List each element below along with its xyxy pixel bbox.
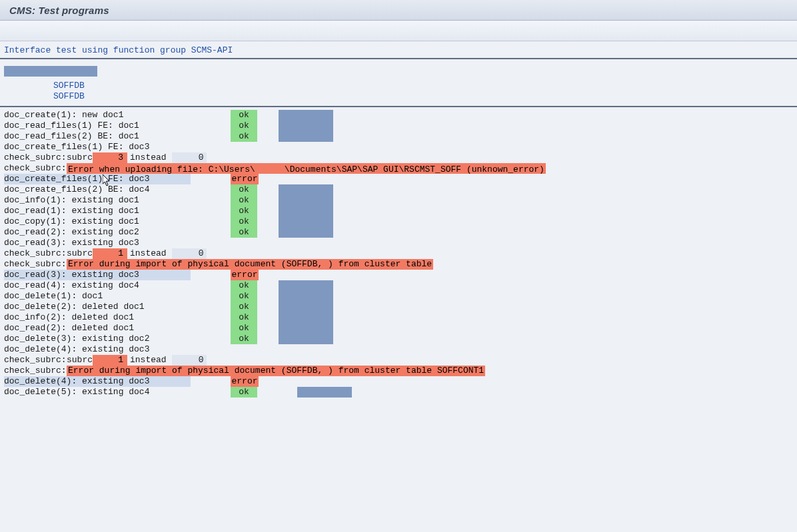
- status-ok: ok: [231, 312, 257, 323]
- log-row: check_subrc:subrc 1 instead0: [4, 248, 793, 259]
- result-block: [279, 227, 333, 238]
- status-error: error: [231, 270, 259, 280]
- status-ok: ok: [231, 302, 257, 312]
- log-row: doc_read(4): existing doc4ok: [4, 280, 793, 291]
- log-label: doc_read(4): existing doc4: [4, 280, 191, 291]
- info-block: SOFFDB SOFFDB: [0, 59, 797, 102]
- log-row: doc_delete(1): doc1ok: [4, 291, 793, 302]
- error-prefix: check_subrc:: [4, 163, 67, 174]
- log-row: doc_delete(5): existing doc4ok: [4, 387, 793, 398]
- log-row: doc_read_files(1) FE: doc1ok: [4, 121, 793, 131]
- status-ok: ok: [231, 184, 257, 195]
- status-ok: ok: [231, 110, 257, 121]
- log-label: doc_delete(4): existing doc3: [4, 376, 191, 387]
- status-error: error: [231, 376, 259, 387]
- log-row: doc_read(1): existing doc1ok: [4, 206, 793, 216]
- result-block: [279, 195, 333, 206]
- status-ok: ok: [231, 280, 257, 291]
- status-error: error: [231, 174, 259, 184]
- check-subrc-row: check_subrc:subrc 1 instead0: [4, 248, 793, 259]
- selection-highlight: [4, 66, 97, 77]
- result-block: [279, 280, 333, 291]
- log-row: doc_copy(1): existing doc1ok: [4, 216, 793, 227]
- status-ok: ok: [231, 387, 257, 398]
- log-label: doc_read(1): existing doc1: [4, 206, 191, 216]
- subrc-prefix: check_subrc:: [4, 248, 67, 259]
- log-label: doc_read(2): existing doc2: [4, 227, 191, 238]
- log-row: doc_read_files(2) BE: doc1ok: [4, 131, 793, 142]
- status-none: [231, 142, 257, 152]
- page-title: CMS: Test programs: [9, 5, 109, 16]
- subrc-instead: instead: [130, 355, 167, 366]
- log-row: doc_read(2): deleted doc1ok: [4, 323, 793, 334]
- subrc-label: subrc: [67, 248, 93, 259]
- log-row: doc_read(2): existing doc2ok: [4, 227, 793, 238]
- log-row: doc_delete(4): existing doc3: [4, 344, 793, 355]
- result-block: [279, 334, 333, 344]
- log-row: doc_delete(4): existing doc3error: [4, 376, 793, 387]
- log-label: doc_delete(4): existing doc3: [4, 344, 191, 355]
- log-label: doc_delete(3): existing doc2: [4, 334, 191, 344]
- log-row: doc_create(1): new doc1ok: [4, 110, 793, 121]
- error-prefix: check_subrc:: [4, 366, 67, 376]
- error-message: Error during import of physical document…: [67, 259, 433, 270]
- result-block: [280, 174, 335, 184]
- result-block: [279, 142, 333, 152]
- info-line-1: SOFFDB: [53, 81, 793, 91]
- log-label: doc_read(2): deleted doc1: [4, 323, 191, 334]
- log-row: check_subrc:subrc 3 instead0: [4, 152, 793, 163]
- log-row: doc_read(3): existing doc3: [4, 238, 793, 248]
- result-block: [279, 121, 333, 131]
- log-label: doc_info(2): deleted doc1: [4, 312, 191, 323]
- log-row: doc_create_files(1) FE: doc3: [4, 142, 793, 152]
- result-block: [279, 131, 333, 142]
- log-row: doc_read(3): existing doc3error: [4, 270, 793, 280]
- status-ok: ok: [231, 121, 257, 131]
- log-row: doc_delete(2): deleted doc1ok: [4, 302, 793, 312]
- result-block: [279, 206, 333, 216]
- subrc-expected: 0: [172, 248, 207, 259]
- log-row: check_subrc:Error during import of physi…: [4, 366, 793, 376]
- subrc-label: subrc: [67, 152, 93, 163]
- log-label: doc_create_files(1) FE: doc3: [4, 142, 191, 152]
- check-subrc-row: check_subrc:subrc 3 instead0: [4, 152, 793, 163]
- result-block: [279, 291, 333, 302]
- redacted-segment: [255, 164, 285, 173]
- log-label: doc_create_files(2) BE: doc4: [4, 184, 191, 195]
- subrc-value: 3: [93, 152, 127, 163]
- result-block: [279, 312, 333, 323]
- log-label: doc_read(3): existing doc3: [4, 270, 191, 280]
- log-label: doc_read_files(2) BE: doc1: [4, 131, 191, 142]
- subrc-value: 1: [93, 355, 127, 366]
- status-ok: ok: [231, 195, 257, 206]
- log-output: doc_create(1): new doc1okdoc_read_files(…: [0, 107, 797, 424]
- log-row: doc_info(1): existing doc1ok: [4, 195, 793, 206]
- status-none: [231, 238, 257, 248]
- result-block: [279, 184, 333, 195]
- status-none: [231, 344, 257, 355]
- result-block: [280, 376, 335, 387]
- subrc-expected: 0: [172, 152, 207, 163]
- status-ok: ok: [231, 227, 257, 238]
- error-message: Error during import of physical document…: [67, 366, 485, 376]
- log-label: doc_delete(5): existing doc4: [4, 387, 191, 398]
- status-ok: ok: [231, 216, 257, 227]
- log-row: doc_delete(3): existing doc2ok: [4, 334, 793, 344]
- subtitle: Interface test using function group SCMS…: [0, 41, 797, 58]
- result-block: [279, 344, 333, 355]
- log-label: doc_read_files(1) FE: doc1: [4, 121, 191, 131]
- log-row: check_subrc:subrc 1 instead0: [4, 355, 793, 366]
- log-label: doc_create(1): new doc1: [4, 110, 191, 121]
- log-label: doc_create_files(1) FE: doc3: [4, 174, 191, 184]
- subrc-label: subrc: [67, 355, 93, 366]
- subrc-instead: instead: [130, 152, 167, 163]
- result-block: [279, 110, 333, 121]
- titlebar: CMS: Test programs: [0, 0, 797, 21]
- error-message: Error when uploading file: C:\Users\\Doc…: [67, 163, 546, 174]
- log-row: doc_create_files(2) BE: doc4ok: [4, 184, 793, 195]
- log-row: doc_create_files(1) FE: doc3error: [4, 174, 793, 184]
- status-ok: ok: [231, 131, 257, 142]
- log-label: doc_delete(2): deleted doc1: [4, 302, 191, 312]
- log-label: doc_info(1): existing doc1: [4, 195, 191, 206]
- log-label: doc_copy(1): existing doc1: [4, 216, 191, 227]
